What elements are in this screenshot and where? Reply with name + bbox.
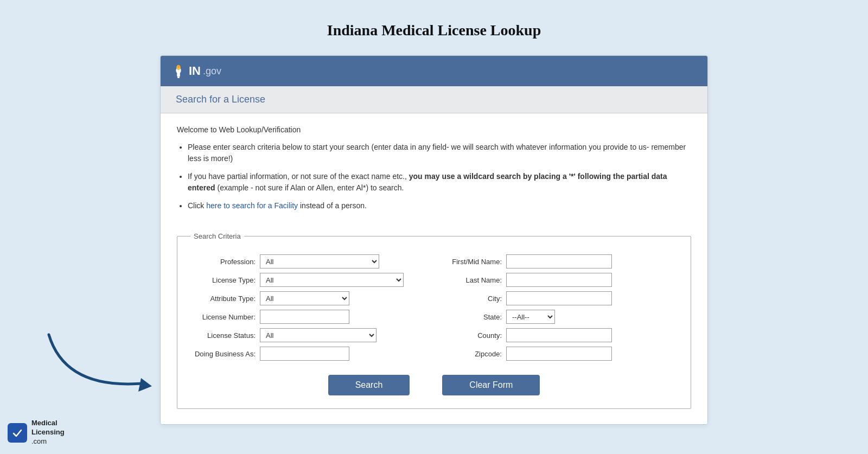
bullet3-pre: Click <box>188 201 204 210</box>
info-bullet-3: Click here to search for a Facility inst… <box>188 200 691 212</box>
zipcode-row: Zipcode: <box>442 347 678 361</box>
profession-label: Profession: <box>190 258 256 266</box>
info-list: Please enter search criteria below to st… <box>177 142 691 212</box>
logo-text: Medical Licensing.com <box>31 419 65 446</box>
profession-select[interactable]: All <box>260 254 379 268</box>
criteria-grid: Profession: All License Type: All Attrib… <box>190 254 678 361</box>
attribute-type-label: Attribute Type: <box>190 295 256 303</box>
state-row: State: --All-- <box>442 310 678 324</box>
last-name-row: Last Name: <box>442 273 678 287</box>
criteria-legend: Search Criteria <box>190 232 244 240</box>
ingov-gov-text: .gov <box>203 66 221 77</box>
search-heading-bar: Search for a License <box>161 86 707 113</box>
profession-row: Profession: All <box>190 254 426 268</box>
last-name-label: Last Name: <box>442 276 502 284</box>
license-number-input[interactable] <box>260 310 349 324</box>
doing-business-label: Doing Business As: <box>190 350 256 358</box>
bullet3-post: instead of a person. <box>300 201 367 210</box>
right-col: First/Mid Name: Last Name: City: State: <box>442 254 678 361</box>
last-name-input[interactable] <box>506 273 612 287</box>
license-number-label: License Number: <box>190 313 256 321</box>
logo-checkmark-icon <box>11 427 23 439</box>
logo-line2: Licensing.com <box>31 428 65 446</box>
city-input[interactable] <box>506 291 612 305</box>
doing-business-row: Doing Business As: <box>190 347 426 361</box>
license-type-select[interactable]: All <box>260 273 404 287</box>
first-name-row: First/Mid Name: <box>442 254 678 268</box>
state-select[interactable]: --All-- <box>506 310 555 324</box>
search-criteria-section: Search Criteria Profession: All License … <box>161 223 707 424</box>
license-status-label: License Status: <box>190 331 256 340</box>
bullet2-pre: If you have partial information, or not … <box>188 172 407 181</box>
city-row: City: <box>442 291 678 305</box>
license-type-label: License Type: <box>190 276 256 284</box>
county-label: County: <box>442 331 502 340</box>
info-section: Welcome to Web Lookup/Verification Pleas… <box>161 113 707 223</box>
license-status-row: License Status: All <box>190 328 426 342</box>
license-status-select[interactable]: All <box>260 328 376 342</box>
svg-rect-2 <box>177 76 180 78</box>
bullet2-post: (example - not sure if Alan or Allen, en… <box>217 183 404 192</box>
search-heading: Search for a License <box>176 94 692 105</box>
info-bullet-1: Please enter search criteria below to st… <box>188 142 691 164</box>
info-bullet-2: If you have partial information, or not … <box>188 171 691 194</box>
doing-business-input[interactable] <box>260 347 349 361</box>
first-name-input[interactable] <box>506 254 612 268</box>
ingov-in-text: IN <box>189 64 201 78</box>
zipcode-input[interactable] <box>506 347 612 361</box>
logo-icon-box <box>8 423 27 443</box>
ingov-header: IN .gov <box>161 56 707 86</box>
facility-link[interactable]: here to search for a Facility <box>206 201 298 210</box>
logo-line1: Medical <box>31 419 65 428</box>
welcome-text: Welcome to Web Lookup/Verification <box>177 125 691 134</box>
page-title: Indiana Medical License Lookup <box>0 0 868 55</box>
search-button[interactable]: Search <box>328 375 410 395</box>
ingov-logo: IN .gov <box>173 63 221 79</box>
arrow-decoration <box>33 324 163 400</box>
city-label: City: <box>442 295 502 303</box>
attribute-type-row: Attribute Type: All <box>190 291 426 305</box>
torch-icon <box>173 63 184 79</box>
svg-marker-5 <box>138 378 152 392</box>
bottom-logo: Medical Licensing.com <box>8 419 65 446</box>
first-name-label: First/Mid Name: <box>442 258 502 266</box>
county-row: County: <box>442 328 678 342</box>
zipcode-label: Zipcode: <box>442 350 502 358</box>
left-col: Profession: All License Type: All Attrib… <box>190 254 426 361</box>
main-card: IN .gov Search for a License Welcome to … <box>160 55 708 425</box>
county-input[interactable] <box>506 328 612 342</box>
clear-form-button[interactable]: Clear Form <box>442 375 540 395</box>
state-label: State: <box>442 313 502 321</box>
license-number-row: License Number: <box>190 310 426 324</box>
buttons-row: Search Clear Form <box>190 375 678 395</box>
license-type-row: License Type: All <box>190 273 426 287</box>
criteria-fieldset: Search Criteria Profession: All License … <box>177 232 691 409</box>
attribute-type-select[interactable]: All <box>260 291 349 305</box>
svg-point-4 <box>177 65 180 68</box>
